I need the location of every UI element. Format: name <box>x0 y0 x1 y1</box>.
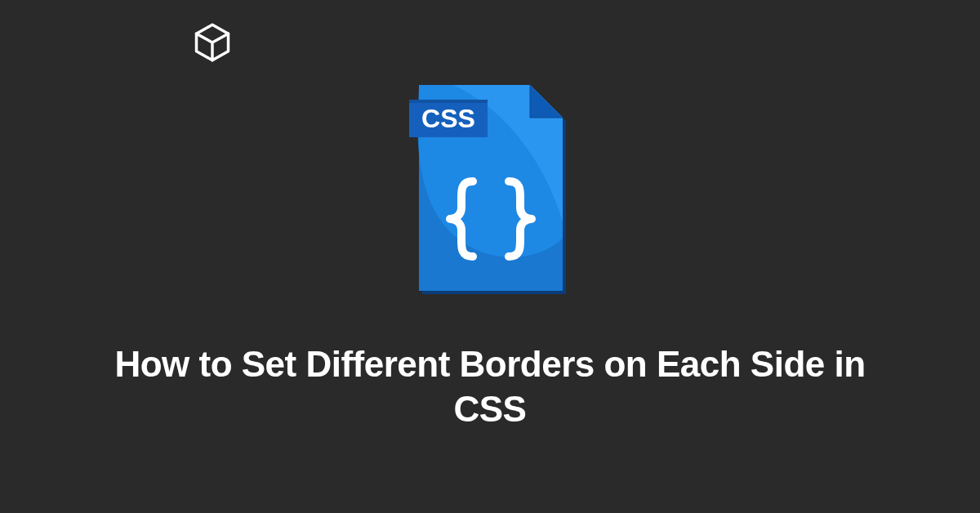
css-file-icon: CSS <box>404 75 576 304</box>
css-badge-label: CSS <box>421 104 475 133</box>
svg-rect-1 <box>409 100 488 103</box>
cube-logo-icon <box>189 20 235 65</box>
page-title: How to Set Different Borders on Each Sid… <box>0 341 980 431</box>
